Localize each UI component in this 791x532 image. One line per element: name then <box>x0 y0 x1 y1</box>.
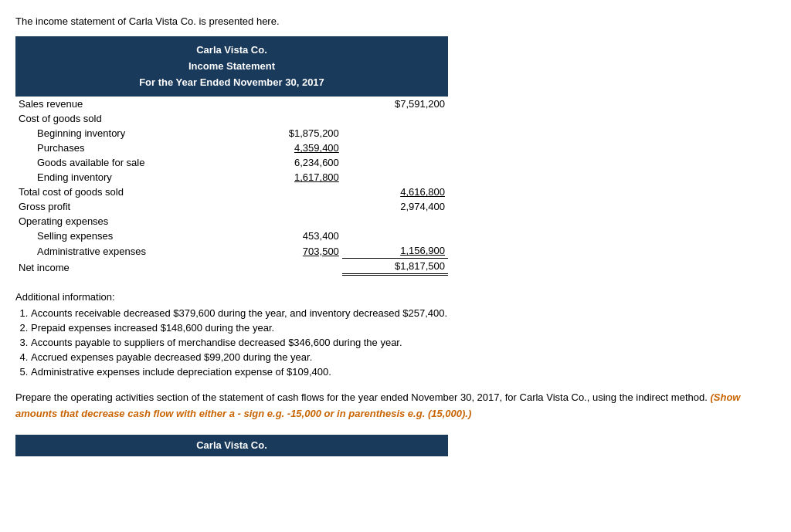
row-amount-col1 <box>236 259 342 275</box>
row-amount-col1 <box>236 97 342 111</box>
row-amount-col1 <box>236 185 342 199</box>
row-label: Operating expenses <box>15 214 236 229</box>
list-item: Prepaid expenses increased $148,600 duri… <box>31 322 776 334</box>
additional-list: Accounts receivable decreased $379,600 d… <box>31 307 776 378</box>
row-amount-col2: 4,616,800 <box>342 185 448 199</box>
table-row: Total cost of goods sold4,616,800 <box>15 185 448 199</box>
statement-header: Carla Vista Co. Income Statement For the… <box>15 36 448 97</box>
table-row: Sales revenue$7,591,200 <box>15 97 448 111</box>
list-item: Accounts payable to suppliers of merchan… <box>31 337 776 348</box>
intro-text: The income statement of Carla Vista Co. … <box>15 15 776 27</box>
header-line2: Income Statement <box>23 59 440 75</box>
row-amount-col2: $7,591,200 <box>342 97 448 111</box>
row-amount-col2: 1,156,900 <box>342 243 448 259</box>
row-amount-col1: 703,500 <box>236 243 342 259</box>
row-amount-col1: 4,359,400 <box>236 141 342 155</box>
table-row: Ending inventory1,617,800 <box>15 170 448 185</box>
list-item: Administrative expenses include deprecia… <box>31 366 776 378</box>
row-amount-col1: $1,875,200 <box>236 126 342 141</box>
table-row: Gross profit2,974,400 <box>15 199 448 214</box>
income-statement-table: Carla Vista Co. Income Statement For the… <box>15 36 448 276</box>
row-amount-col2 <box>342 141 448 155</box>
row-amount-col2 <box>342 155 448 170</box>
row-amount-col2 <box>342 126 448 141</box>
row-label: Beginning inventory <box>15 126 236 141</box>
prepare-text: Prepare the operating activities section… <box>15 390 776 422</box>
table-row: Goods available for sale6,234,600 <box>15 155 448 170</box>
row-label: Net income <box>15 259 236 275</box>
row-label: Gross profit <box>15 199 236 214</box>
row-label: Cost of goods sold <box>15 111 236 126</box>
row-amount-col2 <box>342 229 448 243</box>
row-amount-col1: 6,234,600 <box>236 155 342 170</box>
row-amount-col2 <box>342 111 448 126</box>
table-row: Purchases4,359,400 <box>15 141 448 155</box>
row-label: Total cost of goods sold <box>15 185 236 199</box>
row-label: Goods available for sale <box>15 155 236 170</box>
row-amount-col1 <box>236 199 342 214</box>
row-amount-col1 <box>236 214 342 229</box>
table-row: Operating expenses <box>15 214 448 229</box>
row-amount-col2: $1,817,500 <box>342 259 448 275</box>
prepare-normal: Prepare the operating activities section… <box>15 391 708 403</box>
table-row: Administrative expenses703,5001,156,900 <box>15 243 448 259</box>
bottom-bar: Carla Vista Co. <box>15 435 448 456</box>
row-amount-col1: 453,400 <box>236 229 342 243</box>
row-amount-col1 <box>236 111 342 126</box>
list-item: Accounts receivable decreased $379,600 d… <box>31 307 776 319</box>
table-row: Net income$1,817,500 <box>15 259 448 275</box>
row-label: Sales revenue <box>15 97 236 111</box>
additional-title: Additional information: <box>15 291 776 303</box>
row-amount-col2 <box>342 214 448 229</box>
row-label: Selling expenses <box>15 229 236 243</box>
row-label: Purchases <box>15 141 236 155</box>
additional-info-section: Additional information: Accounts receiva… <box>15 291 776 378</box>
row-amount-col2 <box>342 170 448 185</box>
table-row: Beginning inventory$1,875,200 <box>15 126 448 141</box>
header-line3: For the Year Ended November 30, 2017 <box>23 75 440 91</box>
table-row: Cost of goods sold <box>15 111 448 126</box>
row-amount-col2: 2,974,400 <box>342 199 448 214</box>
row-amount-col1: 1,617,800 <box>236 170 342 185</box>
row-label: Administrative expenses <box>15 243 236 259</box>
row-label: Ending inventory <box>15 170 236 185</box>
list-item: Accrued expenses payable decreased $99,2… <box>31 351 776 363</box>
bottom-bar-label: Carla Vista Co. <box>196 439 267 451</box>
header-line1: Carla Vista Co. <box>23 42 440 59</box>
table-row: Selling expenses453,400 <box>15 229 448 243</box>
